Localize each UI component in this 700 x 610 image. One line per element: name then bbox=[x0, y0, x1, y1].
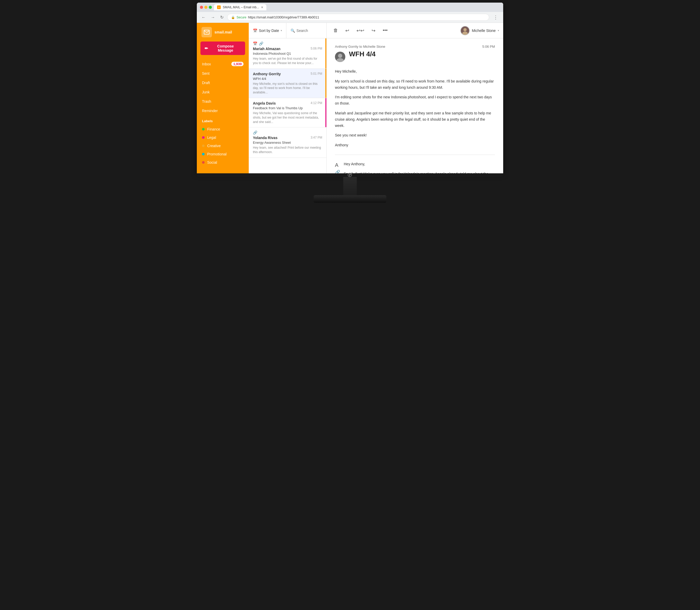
sidebar-draft-label: Draft bbox=[202, 81, 210, 85]
email-time-4: 3:47 PM bbox=[311, 136, 322, 139]
reply-body: Hey Anthony, Family first! Make sure you… bbox=[344, 161, 495, 173]
sort-chevron-icon: ▾ bbox=[281, 29, 282, 32]
calendar-icon-email1: 📅 bbox=[253, 42, 257, 46]
email-item-2-header: Anthony Gorrity 5:01 PM bbox=[253, 72, 322, 76]
delete-button[interactable]: 🗑 bbox=[331, 26, 341, 35]
browser-menu-btn[interactable]: ⋮ bbox=[491, 14, 500, 21]
email-from-to: Anthony Gorrity to Michelle Stone bbox=[335, 45, 385, 49]
svg-point-2 bbox=[463, 31, 468, 35]
reply-a-icon: A bbox=[335, 162, 340, 168]
search-icon: 🔍 bbox=[291, 29, 295, 33]
mail-app: smail.mail ✏ Compose Message Inbox 1,939… bbox=[197, 23, 503, 173]
email-sender-1: Mariah Almazan bbox=[253, 47, 280, 51]
email-item-4-header: Yolanda Rivas 3:47 PM bbox=[253, 136, 322, 140]
nav-forward-btn[interactable]: → bbox=[209, 14, 217, 21]
reading-content: Anthony Gorrity to Michelle Stone 5:06 P… bbox=[327, 38, 503, 173]
browser-titlebar: S SMAIL.MAIL – Email inb... × bbox=[197, 3, 503, 12]
sidebar-item-draft[interactable]: Draft bbox=[197, 78, 249, 87]
nav-items: Inbox 1,939 Sent Draft Junk Trash Remind… bbox=[197, 59, 249, 115]
email-subject-2: WFH 4/4 bbox=[253, 77, 322, 81]
attachment-icon-email1: 🔗 bbox=[259, 42, 263, 46]
email-indicator-1 bbox=[325, 38, 326, 68]
compose-label: Compose Message bbox=[210, 44, 241, 52]
nav-refresh-btn[interactable]: ↻ bbox=[219, 14, 225, 21]
reply-button[interactable]: ↩ bbox=[343, 26, 352, 35]
sort-by-date-button[interactable]: 📅 Sort by Date ▾ bbox=[249, 23, 286, 38]
window-close-btn[interactable] bbox=[200, 6, 203, 9]
email-list-panel: 📅 Sort by Date ▾ 🔍 Search 📅 🔗 bbox=[249, 23, 327, 173]
email-subject-4: Energy Awareness Sheet bbox=[253, 141, 322, 145]
secure-label: Secure bbox=[236, 16, 246, 19]
nav-back-btn[interactable]: ← bbox=[200, 14, 207, 21]
reply-all-button[interactable]: ↩↩ bbox=[354, 26, 367, 35]
sidebar-item-junk[interactable]: Junk bbox=[197, 87, 249, 97]
compose-button[interactable]: ✏ Compose Message bbox=[200, 42, 245, 55]
legal-dot bbox=[202, 136, 205, 139]
label-item-finance[interactable]: Finance bbox=[197, 125, 249, 133]
browser-tab[interactable]: S SMAIL.MAIL – Email inb... × bbox=[214, 4, 266, 10]
svg-point-1 bbox=[464, 28, 467, 31]
creative-label: Creative bbox=[207, 144, 221, 148]
labels-heading: Labels bbox=[197, 115, 249, 125]
sidebar-logo: smail.mail bbox=[197, 23, 249, 42]
reply-p1: Hey Anthony, bbox=[344, 161, 495, 167]
email-list: 📅 🔗 Mariah Almazan 5:06 PM Indonesia Pho… bbox=[249, 38, 326, 173]
address-bar[interactable]: 🔒 Secure https://smail.mail/10300/nrgdri… bbox=[227, 14, 489, 21]
label-item-creative[interactable]: Creative bbox=[197, 142, 249, 150]
label-item-legal[interactable]: Legal bbox=[197, 133, 249, 142]
user-menu[interactable]: Michelle Stone ▾ bbox=[460, 26, 499, 35]
email-preview-2: Hey Michelle, my son's school is closed … bbox=[253, 82, 322, 95]
tab-close-icon[interactable]: × bbox=[261, 5, 263, 9]
email-time-3: 4:12 PM bbox=[311, 101, 322, 105]
reply-link-icon: 🔗 bbox=[335, 170, 340, 173]
social-label: Social bbox=[207, 160, 217, 164]
forward-button[interactable]: ↪ bbox=[369, 26, 378, 35]
email-item-4[interactable]: 🔗 Yolanda Rivas 3:47 PM Energy Awareness… bbox=[249, 127, 326, 158]
logo-icon bbox=[201, 27, 212, 37]
body-p4: Mariah and Jacqueline got me their prior… bbox=[335, 110, 495, 129]
tab-favicon: S bbox=[217, 5, 221, 9]
reading-toolbar: 🗑 ↩ ↩↩ ↪ ••• Michelle Stone ▾ bbox=[327, 23, 503, 38]
email-item-2[interactable]: Anthony Gorrity 5:01 PM WFH 4/4 Hey Mich… bbox=[249, 69, 326, 98]
email-divider bbox=[335, 155, 495, 155]
attachment-icon-email4: 🔗 bbox=[253, 130, 257, 135]
label-item-promotional[interactable]: Promotional bbox=[197, 150, 249, 158]
reply-icons: A 🔗 bbox=[335, 162, 340, 173]
window-min-btn[interactable] bbox=[204, 6, 207, 9]
email-time-1: 5:06 PM bbox=[311, 47, 322, 50]
finance-label: Finance bbox=[207, 127, 220, 131]
sidebar-reminder-label: Reminder bbox=[202, 109, 218, 113]
reply-meta-row: A 🔗 Hey Anthony, Family first! Make sure… bbox=[335, 161, 495, 173]
social-dot bbox=[202, 161, 205, 164]
body-p1: Hey Michelle, bbox=[335, 68, 495, 75]
promotional-dot bbox=[202, 153, 205, 156]
sidebar-trash-label: Trash bbox=[202, 99, 211, 103]
reply-p2: Family first! Make sure you call in for … bbox=[344, 171, 495, 173]
body-p6: Anthony bbox=[335, 142, 495, 148]
sidebar: smail.mail ✏ Compose Message Inbox 1,939… bbox=[197, 23, 249, 173]
window-max-btn[interactable] bbox=[209, 6, 212, 9]
svg-point-3 bbox=[338, 54, 342, 58]
sidebar-junk-label: Junk bbox=[202, 90, 210, 94]
sidebar-item-sent[interactable]: Sent bbox=[197, 69, 249, 78]
sidebar-item-inbox[interactable]: Inbox 1,939 bbox=[197, 59, 249, 69]
email-body: Hey Michelle, My son's school is closed … bbox=[335, 68, 495, 148]
svg-point-4 bbox=[337, 58, 344, 62]
sidebar-item-reminder[interactable]: Reminder bbox=[197, 106, 249, 115]
compose-icon: ✏ bbox=[205, 46, 208, 51]
address-url: https://smail.mail/10300/nrgdrive/77389.… bbox=[248, 15, 485, 19]
more-actions-button[interactable]: ••• bbox=[380, 26, 390, 35]
email-subject-3: Feedback from Val is Thumbs Up bbox=[253, 106, 322, 110]
search-button[interactable]: 🔍 Search bbox=[286, 23, 312, 38]
browser-frame: S SMAIL.MAIL – Email inb... × ← → ↻ 🔒 Se… bbox=[197, 3, 503, 173]
email-item-3-header: Angela Davis 4:12 PM bbox=[253, 101, 322, 105]
sidebar-item-trash[interactable]: Trash bbox=[197, 97, 249, 106]
body-p2: My son's school is closed on this day, s… bbox=[335, 78, 495, 91]
list-toolbar: 📅 Sort by Date ▾ 🔍 Search bbox=[249, 23, 326, 38]
body-p3: I'm editing some shots for the new Indon… bbox=[335, 94, 495, 107]
email-item-3[interactable]: Angela Davis 4:12 PM Feedback from Val i… bbox=[249, 98, 326, 127]
email-item-1[interactable]: 📅 🔗 Mariah Almazan 5:06 PM Indonesia Pho… bbox=[249, 38, 326, 69]
promotional-label: Promotional bbox=[207, 152, 227, 156]
tab-title: SMAIL.MAIL – Email inb... bbox=[223, 5, 259, 9]
label-item-social[interactable]: Social bbox=[197, 158, 249, 166]
